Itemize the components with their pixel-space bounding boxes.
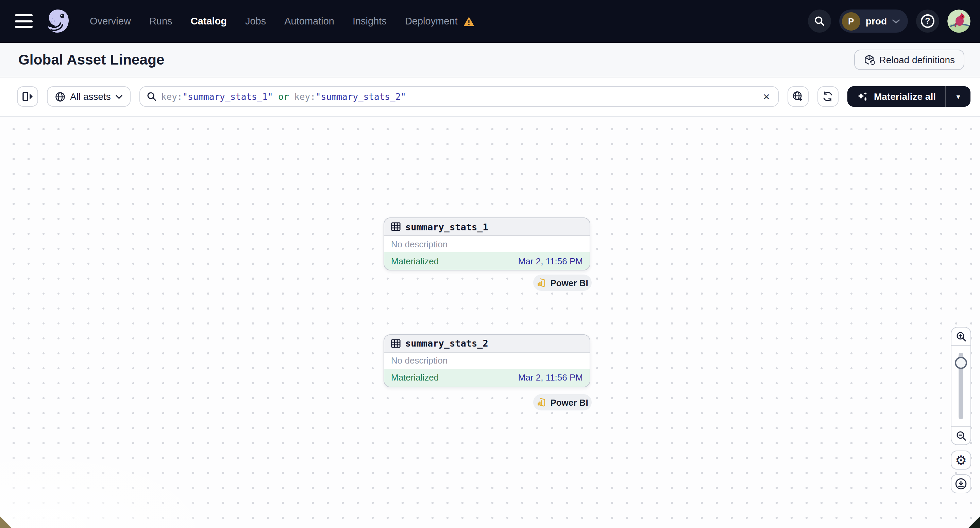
canvas-vignette	[0, 419, 286, 528]
global-asset-lineage-page: Overview Runs Catalog Jobs Automation In…	[0, 0, 980, 528]
materialize-all-label: Materialize all	[874, 91, 936, 102]
offscreen-element-corner-right	[967, 515, 980, 528]
global-search-button[interactable]	[808, 10, 831, 33]
export-graph-button[interactable]	[951, 474, 971, 493]
nav-item-catalog[interactable]: Catalog	[191, 16, 227, 27]
power-bi-icon	[536, 398, 546, 407]
search-icon	[814, 16, 825, 27]
circle-arrow-down-icon	[955, 478, 967, 490]
open-left-panel-button[interactable]	[17, 86, 38, 107]
asset-node-summary-stats-1[interactable]: summary_stats_1 No description Materiali…	[383, 217, 590, 270]
asset-description: No description	[384, 352, 590, 369]
new-scope-button[interactable]	[788, 86, 809, 107]
materialize-all-button: Materialize all ▾	[847, 86, 970, 107]
asset-node-summary-stats-2[interactable]: summary_stats_2 No description Materiali…	[383, 334, 590, 387]
zoom-slider-thumb[interactable]	[955, 357, 967, 369]
dagster-logo-icon[interactable]	[43, 7, 72, 36]
asset-name: summary_stats_1	[405, 221, 488, 232]
nav-item-jobs[interactable]: Jobs	[245, 16, 266, 27]
help-button[interactable]: ?	[916, 10, 939, 33]
nav-item-runs[interactable]: Runs	[149, 16, 172, 27]
reload-definitions-button[interactable]: Reload definitions	[854, 49, 964, 70]
nav-item-deployment[interactable]: Deployment	[405, 16, 475, 27]
primary-nav: Overview Runs Catalog Jobs Automation In…	[90, 16, 475, 27]
table-icon	[391, 339, 401, 347]
asset-scope-label: All assets	[70, 91, 111, 102]
status-badge: Materialized	[391, 373, 439, 382]
power-bi-icon	[536, 278, 546, 287]
asset-description: No description	[384, 236, 590, 252]
asset-search-query: key:"summary_stats_1" or key:"summary_st…	[161, 91, 757, 101]
lineage-canvas[interactable]: summary_stats_1 No description Materiali…	[0, 117, 980, 528]
nav-item-overview[interactable]: Overview	[90, 16, 131, 27]
environment-switcher[interactable]: P prod	[839, 10, 908, 33]
chevron-down-icon	[116, 94, 123, 99]
query-key-token: key:	[161, 91, 183, 101]
cube-refresh-icon	[863, 54, 874, 65]
zoom-slider	[951, 346, 970, 426]
lineage-toolbar: All assets key:"summary_stats_1" or key:…	[0, 77, 980, 117]
query-value-token: "summary_stats_1"	[182, 91, 273, 101]
environment-avatar: P	[842, 12, 860, 30]
nav-right-cluster: P prod ?	[808, 10, 970, 33]
nav-item-automation[interactable]: Automation	[284, 16, 334, 27]
top-nav: Overview Runs Catalog Jobs Automation In…	[0, 0, 980, 43]
asset-node-header: summary_stats_2	[384, 335, 590, 352]
asset-status-row: Materialized Mar 2, 11:56 PM	[384, 369, 590, 386]
power-bi-tag[interactable]: Power BI	[533, 274, 592, 291]
refresh-icon	[822, 91, 834, 102]
query-key-token: key:	[294, 91, 315, 101]
chevron-down-icon	[892, 19, 900, 24]
status-badge: Materialized	[391, 256, 439, 266]
zoom-out-icon	[956, 430, 966, 441]
table-icon	[391, 222, 401, 231]
panel-right-open-icon	[22, 92, 33, 101]
query-value-token: "summary_stats_2"	[315, 91, 406, 101]
sparkles-icon	[857, 91, 869, 102]
title-bar: Global Asset Lineage Reload definitions	[0, 43, 980, 77]
asset-status-row: Materialized Mar 2, 11:56 PM	[384, 252, 590, 270]
gear-icon: ⚙	[955, 453, 967, 466]
refresh-button[interactable]	[818, 86, 838, 107]
nav-item-deployment-label: Deployment	[405, 16, 458, 27]
zoom-in-button[interactable]	[951, 328, 970, 346]
materialization-timestamp[interactable]: Mar 2, 11:56 PM	[518, 373, 583, 382]
clear-search-icon[interactable]: ×	[762, 91, 771, 102]
reload-definitions-label: Reload definitions	[879, 54, 955, 65]
power-bi-tag[interactable]: Power BI	[533, 394, 592, 411]
materialize-all-main[interactable]: Materialize all	[847, 86, 945, 107]
materialize-dropdown-button[interactable]: ▾	[946, 86, 970, 107]
power-bi-tag-label: Power BI	[550, 397, 588, 407]
search-icon	[147, 92, 156, 101]
offscreen-element-corner-left	[0, 515, 13, 528]
zoom-out-button[interactable]	[951, 426, 970, 444]
asset-name: summary_stats_2	[405, 338, 488, 349]
nav-item-insights[interactable]: Insights	[353, 16, 387, 27]
asset-scope-dropdown[interactable]: All assets	[47, 86, 130, 107]
question-icon: ?	[921, 14, 934, 28]
asset-search-input[interactable]: key:"summary_stats_1" or key:"summary_st…	[139, 86, 779, 107]
warning-icon	[463, 16, 475, 27]
zoom-control	[951, 327, 971, 445]
globe-plus-icon	[793, 91, 803, 102]
zoom-in-icon	[956, 331, 966, 341]
graph-settings-button[interactable]: ⚙	[951, 450, 971, 469]
materialization-timestamp[interactable]: Mar 2, 11:56 PM	[518, 256, 583, 266]
user-avatar[interactable]	[947, 10, 970, 33]
asset-node-header: summary_stats_1	[384, 218, 590, 236]
power-bi-tag-label: Power BI	[550, 277, 588, 288]
hamburger-menu-icon[interactable]	[15, 14, 33, 28]
query-operator-token: or	[273, 91, 294, 101]
globe-icon	[55, 91, 65, 101]
page-title: Global Asset Lineage	[18, 51, 165, 68]
environment-name: prod	[866, 16, 887, 27]
